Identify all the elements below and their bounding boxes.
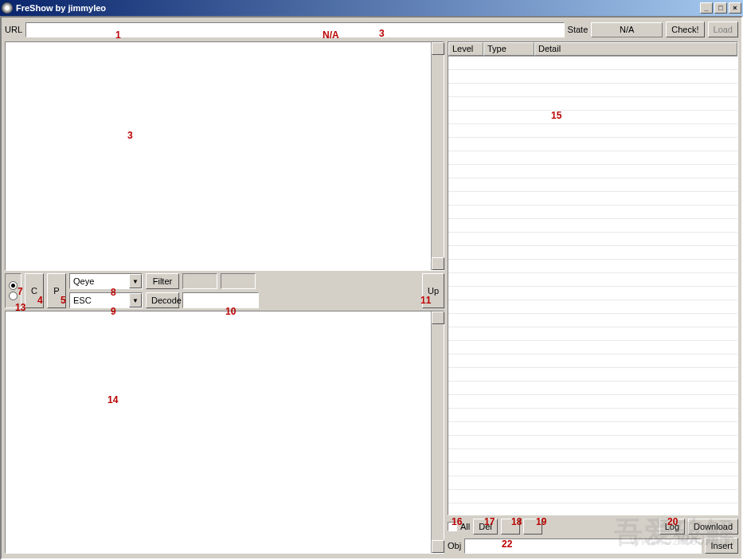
c-button[interactable]: C bbox=[25, 273, 44, 308]
grid-row[interactable] bbox=[448, 233, 737, 246]
grid-row[interactable] bbox=[448, 111, 737, 124]
grid-row[interactable] bbox=[448, 327, 737, 341]
filter-button[interactable]: Filter bbox=[146, 273, 179, 289]
maximize-button[interactable]: □ bbox=[714, 2, 727, 14]
grid-row[interactable] bbox=[448, 206, 737, 219]
dropdown-qeye-text: Qeye bbox=[70, 276, 129, 286]
grid-row[interactable] bbox=[448, 260, 737, 273]
lower-scrollbar[interactable] bbox=[431, 311, 444, 553]
dropdown-qeye[interactable]: Qeye ▼ bbox=[69, 273, 143, 289]
download-button[interactable]: Download bbox=[688, 519, 738, 535]
grid-row[interactable] bbox=[448, 395, 737, 409]
detail-grid[interactable]: Level Type Detail bbox=[448, 41, 738, 515]
up-button[interactable]: Up bbox=[422, 273, 444, 308]
grid-row[interactable] bbox=[448, 409, 737, 422]
grid-row[interactable] bbox=[448, 151, 737, 165]
all-label: All bbox=[460, 522, 470, 531]
grid-row[interactable] bbox=[448, 382, 737, 395]
del-button[interactable]: Del bbox=[473, 519, 498, 535]
grid-row[interactable] bbox=[448, 422, 737, 436]
log-button[interactable]: Log bbox=[659, 519, 685, 535]
grid-row[interactable] bbox=[448, 463, 737, 476]
grid-row[interactable] bbox=[448, 70, 737, 84]
decode-output bbox=[182, 292, 259, 308]
check-button[interactable]: Check! bbox=[666, 22, 704, 37]
chevron-down-icon: ▼ bbox=[129, 274, 142, 288]
insert-button[interactable]: Insert bbox=[705, 538, 738, 554]
grid-row[interactable] bbox=[448, 341, 737, 354]
titlebar: FreShow by jimmyleo _ □ × bbox=[0, 0, 743, 16]
dropdown-esc-text: ESC bbox=[70, 296, 129, 305]
grid-row[interactable] bbox=[448, 246, 737, 260]
grid-row[interactable] bbox=[448, 219, 737, 233]
titlebar-text: FreShow by jimmyleo bbox=[16, 3, 700, 13]
all-checkbox[interactable] bbox=[448, 522, 457, 531]
grid-row[interactable] bbox=[448, 84, 737, 97]
radio-option-1[interactable] bbox=[9, 281, 18, 290]
col-level[interactable]: Level bbox=[448, 42, 483, 56]
grid-row[interactable] bbox=[448, 476, 737, 490]
lower-text-pane[interactable] bbox=[5, 311, 444, 554]
grid-row[interactable] bbox=[448, 97, 737, 111]
upper-scrollbar[interactable] bbox=[431, 42, 444, 270]
grid-row[interactable] bbox=[448, 354, 737, 368]
radio-option-2[interactable] bbox=[9, 292, 18, 300]
grid-row[interactable] bbox=[448, 138, 737, 151]
app-icon bbox=[2, 2, 13, 14]
grid-row[interactable] bbox=[448, 314, 737, 327]
obj-label: Obj bbox=[448, 541, 461, 550]
state-label: State bbox=[568, 25, 589, 34]
grid-row[interactable] bbox=[448, 490, 737, 503]
url-label: URL bbox=[5, 25, 22, 34]
grid-row[interactable] bbox=[448, 124, 737, 138]
grid-row[interactable] bbox=[448, 192, 737, 206]
btn-19[interactable] bbox=[523, 519, 542, 535]
blank-box-2 bbox=[221, 273, 256, 289]
col-detail[interactable]: Detail bbox=[534, 42, 737, 56]
grid-row[interactable] bbox=[448, 449, 737, 463]
grid-row[interactable] bbox=[448, 57, 737, 70]
grid-row[interactable] bbox=[448, 165, 737, 178]
grid-row[interactable] bbox=[448, 436, 737, 449]
obj-input[interactable] bbox=[464, 538, 702, 554]
load-button: Load bbox=[708, 22, 738, 37]
radio-group bbox=[5, 273, 22, 308]
col-type[interactable]: Type bbox=[483, 42, 534, 56]
p-button[interactable]: P bbox=[47, 273, 66, 308]
btn-18[interactable] bbox=[501, 519, 520, 535]
upper-text-pane[interactable] bbox=[5, 41, 444, 271]
grid-row[interactable] bbox=[448, 287, 737, 300]
minimize-button[interactable]: _ bbox=[700, 2, 713, 14]
close-button[interactable]: × bbox=[729, 2, 741, 14]
grid-row[interactable] bbox=[448, 368, 737, 382]
state-value: N/A bbox=[591, 22, 663, 37]
blank-box-1 bbox=[182, 273, 217, 289]
dropdown-esc[interactable]: ESC ▼ bbox=[69, 292, 143, 308]
chevron-down-icon: ▼ bbox=[129, 293, 142, 307]
grid-row[interactable] bbox=[448, 300, 737, 314]
grid-row[interactable] bbox=[448, 503, 737, 515]
grid-row[interactable] bbox=[448, 273, 737, 287]
grid-row[interactable] bbox=[448, 178, 737, 192]
decode-button[interactable]: Decode bbox=[146, 292, 179, 308]
url-input[interactable] bbox=[25, 22, 565, 37]
